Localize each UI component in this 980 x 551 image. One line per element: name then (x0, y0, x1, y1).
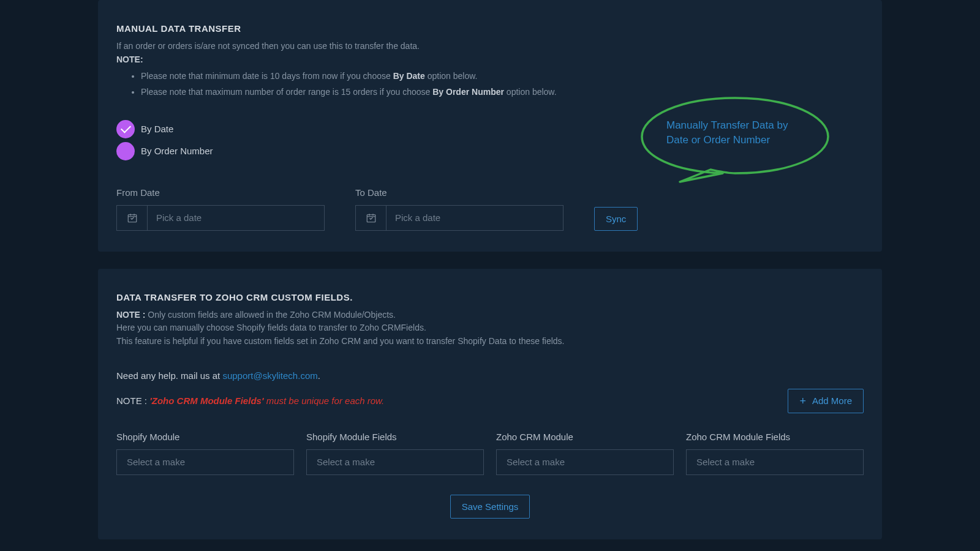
panel-title: DATA TRANSFER TO ZOHO CRM CUSTOM FIELDS. (116, 292, 864, 302)
custom-fields-panel: DATA TRANSFER TO ZOHO CRM CUSTOM FIELDS.… (98, 269, 882, 539)
from-date-input[interactable]: Pick a date (116, 205, 325, 231)
shopify-module-fields-select[interactable]: Select a make (306, 449, 484, 475)
manual-data-transfer-panel: MANUAL DATA TRANSFER If an order or orde… (98, 0, 882, 252)
help-line: Need any help. mail us at support@skylit… (116, 370, 864, 381)
note-bullet: Please note that maximum number of order… (141, 84, 864, 100)
calendar-icon (117, 206, 148, 230)
panel-description: NOTE : Only custom fields are allowed in… (116, 309, 864, 348)
to-date-label: To Date (355, 187, 564, 198)
shopify-module-select[interactable]: Select a make (116, 449, 294, 475)
radio-by-date[interactable] (116, 120, 135, 138)
radio-label: By Date (141, 124, 173, 134)
to-date-input[interactable]: Pick a date (355, 205, 564, 231)
calendar-icon (356, 206, 386, 230)
radio-label: By Order Number (141, 146, 213, 156)
column-label: Shopify Module Fields (306, 432, 484, 442)
support-email-link[interactable]: support@skylitech.com (222, 370, 317, 381)
panel-description: If an order or orders is/are not synced … (116, 40, 864, 100)
zoho-crm-module-select[interactable]: Select a make (496, 449, 674, 475)
column-label: Shopify Module (116, 432, 294, 442)
transfer-mode-radios: By Date By Order Number (116, 120, 864, 160)
panel-title: MANUAL DATA TRANSFER (116, 23, 864, 34)
save-settings-button[interactable]: Save Settings (450, 495, 530, 519)
add-more-button[interactable]: + Add More (788, 389, 864, 413)
sync-button[interactable]: Sync (594, 207, 638, 231)
column-label: Zoho CRM Module Fields (686, 432, 864, 442)
from-date-label: From Date (116, 187, 325, 198)
plus-icon: + (799, 395, 806, 407)
zoho-crm-module-fields-select[interactable]: Select a make (686, 449, 864, 475)
note-bullet: Please note that minimum date is 10 days… (141, 69, 864, 84)
radio-by-order-number[interactable] (116, 142, 135, 160)
column-label: Zoho CRM Module (496, 432, 674, 442)
